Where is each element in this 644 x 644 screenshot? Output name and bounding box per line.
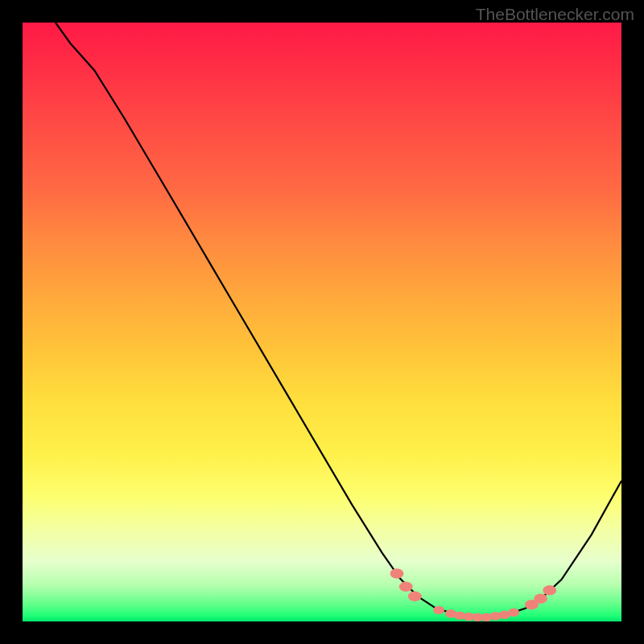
marker-dot: [408, 592, 422, 601]
marker-dot: [508, 609, 519, 617]
marker-dot: [399, 582, 413, 592]
watermark-text: TheBottlenecker.com: [476, 5, 634, 24]
marker-dot: [534, 594, 547, 604]
marker-dot: [543, 585, 556, 595]
plot-gradient-area: [23, 23, 621, 621]
marker-dot: [433, 606, 444, 614]
marker-dot: [390, 568, 404, 578]
plot-svg: [23, 23, 621, 621]
marker-group: [390, 568, 556, 621]
curve-line: [56, 23, 621, 617]
